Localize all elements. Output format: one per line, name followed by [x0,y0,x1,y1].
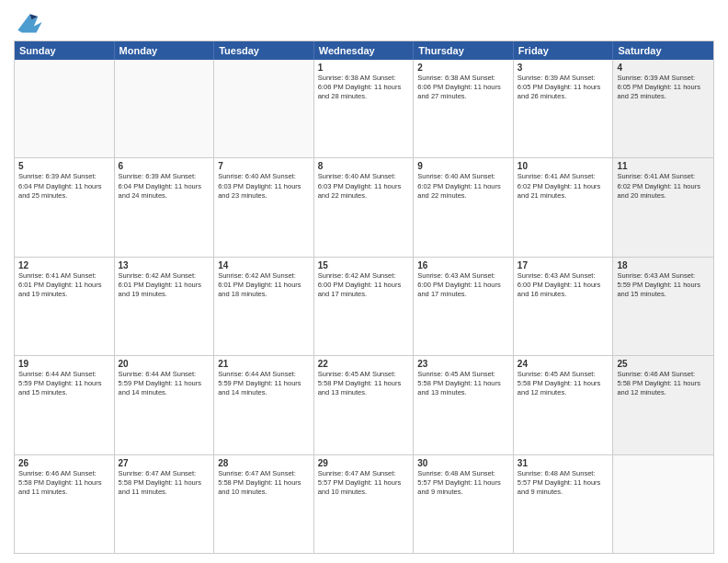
calendar-cell-0-5: 3Sunrise: 6:39 AM Sunset: 6:05 PM Daylig… [514,60,614,157]
calendar-cell-1-0: 5Sunrise: 6:39 AM Sunset: 6:04 PM Daylig… [15,158,115,256]
calendar-cell-4-1: 27Sunrise: 6:47 AM Sunset: 5:58 PM Dayli… [115,455,215,553]
day-number-21: 21 [218,359,310,369]
calendar-row-4: 26Sunrise: 6:46 AM Sunset: 5:58 PM Dayli… [15,455,713,553]
day-info-28: Sunrise: 6:47 AM Sunset: 5:58 PM Dayligh… [218,469,310,497]
calendar-cell-4-0: 26Sunrise: 6:46 AM Sunset: 5:58 PM Dayli… [15,455,115,553]
calendar-cell-0-4: 2Sunrise: 6:38 AM Sunset: 6:06 PM Daylig… [414,60,514,157]
logo-icon [14,9,46,35]
header-day-sunday: Sunday [15,41,115,60]
day-number-11: 11 [617,161,710,171]
calendar-cell-0-0 [15,60,115,157]
day-number-25: 25 [617,359,710,369]
day-info-12: Sunrise: 6:41 AM Sunset: 6:01 PM Dayligh… [18,271,110,299]
day-number-22: 22 [318,359,410,369]
day-info-9: Sunrise: 6:40 AM Sunset: 6:02 PM Dayligh… [417,172,509,200]
day-number-13: 13 [119,260,210,270]
calendar-cell-0-6: 4Sunrise: 6:39 AM Sunset: 6:05 PM Daylig… [613,60,713,157]
day-number-14: 14 [218,260,310,270]
calendar-cell-0-2 [214,60,314,157]
day-number-27: 27 [119,458,210,468]
calendar-body: 1Sunrise: 6:38 AM Sunset: 6:06 PM Daylig… [15,60,713,553]
calendar-cell-0-3: 1Sunrise: 6:38 AM Sunset: 6:06 PM Daylig… [314,60,415,157]
day-number-20: 20 [119,359,210,369]
day-info-7: Sunrise: 6:40 AM Sunset: 6:03 PM Dayligh… [218,172,310,200]
day-info-10: Sunrise: 6:41 AM Sunset: 6:02 PM Dayligh… [518,172,609,200]
day-info-16: Sunrise: 6:43 AM Sunset: 6:00 PM Dayligh… [417,271,509,299]
day-info-21: Sunrise: 6:44 AM Sunset: 5:59 PM Dayligh… [218,370,310,397]
day-info-20: Sunrise: 6:44 AM Sunset: 5:59 PM Dayligh… [119,370,210,397]
calendar-cell-3-4: 23Sunrise: 6:45 AM Sunset: 5:58 PM Dayli… [414,356,514,454]
day-number-29: 29 [318,458,410,468]
calendar-cell-2-5: 17Sunrise: 6:43 AM Sunset: 6:00 PM Dayli… [514,258,614,355]
calendar-cell-3-5: 24Sunrise: 6:45 AM Sunset: 5:58 PM Dayli… [514,356,614,454]
header-day-tuesday: Tuesday [214,41,314,60]
calendar-cell-3-3: 22Sunrise: 6:45 AM Sunset: 5:58 PM Dayli… [314,356,415,454]
day-number-12: 12 [18,260,110,270]
day-number-15: 15 [318,260,410,270]
calendar-cell-2-4: 16Sunrise: 6:43 AM Sunset: 6:00 PM Dayli… [414,258,514,355]
page: SundayMondayTuesdayWednesdayThursdayFrid… [0,0,728,563]
day-info-23: Sunrise: 6:45 AM Sunset: 5:58 PM Dayligh… [417,370,509,397]
calendar-row-1: 5Sunrise: 6:39 AM Sunset: 6:04 PM Daylig… [15,158,713,257]
calendar-cell-0-1 [115,60,215,157]
day-info-6: Sunrise: 6:39 AM Sunset: 6:04 PM Dayligh… [119,172,210,200]
day-number-8: 8 [318,161,410,171]
day-number-9: 9 [417,161,509,171]
day-info-8: Sunrise: 6:40 AM Sunset: 6:03 PM Dayligh… [318,172,410,200]
calendar-cell-3-0: 19Sunrise: 6:44 AM Sunset: 5:59 PM Dayli… [15,356,115,454]
calendar-cell-1-4: 9Sunrise: 6:40 AM Sunset: 6:02 PM Daylig… [414,158,514,256]
day-info-26: Sunrise: 6:46 AM Sunset: 5:58 PM Dayligh… [18,469,110,497]
day-number-24: 24 [518,359,609,369]
day-number-2: 2 [417,63,509,73]
day-number-10: 10 [518,161,609,171]
calendar-cell-2-1: 13Sunrise: 6:42 AM Sunset: 6:01 PM Dayli… [115,258,215,355]
calendar-cell-2-0: 12Sunrise: 6:41 AM Sunset: 6:01 PM Dayli… [15,258,115,355]
calendar-cell-1-6: 11Sunrise: 6:41 AM Sunset: 6:02 PM Dayli… [613,158,713,256]
header-day-saturday: Saturday [613,41,713,60]
calendar-cell-3-1: 20Sunrise: 6:44 AM Sunset: 5:59 PM Dayli… [115,356,215,454]
header-day-wednesday: Wednesday [314,41,415,60]
calendar-cell-2-3: 15Sunrise: 6:42 AM Sunset: 6:00 PM Dayli… [314,258,415,355]
day-info-13: Sunrise: 6:42 AM Sunset: 6:01 PM Dayligh… [119,271,210,299]
day-info-11: Sunrise: 6:41 AM Sunset: 6:02 PM Dayligh… [617,172,710,200]
calendar-cell-4-6 [613,455,713,553]
day-info-14: Sunrise: 6:42 AM Sunset: 6:01 PM Dayligh… [218,271,310,299]
calendar-cell-1-2: 7Sunrise: 6:40 AM Sunset: 6:03 PM Daylig… [214,158,314,256]
day-number-26: 26 [18,458,110,468]
day-number-1: 1 [318,63,410,73]
day-info-15: Sunrise: 6:42 AM Sunset: 6:00 PM Dayligh… [318,271,410,299]
day-number-17: 17 [518,260,609,270]
day-info-1: Sunrise: 6:38 AM Sunset: 6:06 PM Dayligh… [318,74,410,101]
day-info-24: Sunrise: 6:45 AM Sunset: 5:58 PM Dayligh… [518,370,609,397]
calendar-cell-4-3: 29Sunrise: 6:47 AM Sunset: 5:57 PM Dayli… [314,455,415,553]
calendar: SundayMondayTuesdayWednesdayThursdayFrid… [14,40,714,554]
calendar-cell-1-5: 10Sunrise: 6:41 AM Sunset: 6:02 PM Dayli… [514,158,614,256]
day-info-29: Sunrise: 6:47 AM Sunset: 5:57 PM Dayligh… [318,469,410,497]
day-info-30: Sunrise: 6:48 AM Sunset: 5:57 PM Dayligh… [417,469,509,497]
calendar-cell-4-2: 28Sunrise: 6:47 AM Sunset: 5:58 PM Dayli… [214,455,314,553]
calendar-cell-4-4: 30Sunrise: 6:48 AM Sunset: 5:57 PM Dayli… [414,455,514,553]
day-number-19: 19 [18,359,110,369]
day-info-3: Sunrise: 6:39 AM Sunset: 6:05 PM Dayligh… [518,74,609,101]
calendar-cell-1-3: 8Sunrise: 6:40 AM Sunset: 6:03 PM Daylig… [314,158,415,256]
calendar-cell-4-5: 31Sunrise: 6:48 AM Sunset: 5:57 PM Dayli… [514,455,614,553]
header-day-thursday: Thursday [414,41,514,60]
day-number-31: 31 [518,458,609,468]
day-number-7: 7 [218,161,310,171]
calendar-cell-2-6: 18Sunrise: 6:43 AM Sunset: 5:59 PM Dayli… [613,258,713,355]
day-number-3: 3 [518,63,609,73]
day-number-16: 16 [417,260,509,270]
calendar-row-3: 19Sunrise: 6:44 AM Sunset: 5:59 PM Dayli… [15,356,713,454]
header-day-monday: Monday [115,41,215,60]
day-number-30: 30 [417,458,509,468]
day-number-5: 5 [18,161,110,171]
svg-marker-0 [17,14,41,32]
day-info-17: Sunrise: 6:43 AM Sunset: 6:00 PM Dayligh… [518,271,609,299]
day-info-27: Sunrise: 6:47 AM Sunset: 5:58 PM Dayligh… [119,469,210,497]
calendar-cell-3-2: 21Sunrise: 6:44 AM Sunset: 5:59 PM Dayli… [214,356,314,454]
calendar-row-2: 12Sunrise: 6:41 AM Sunset: 6:01 PM Dayli… [15,258,713,356]
header [14,9,714,35]
day-info-5: Sunrise: 6:39 AM Sunset: 6:04 PM Dayligh… [18,172,110,200]
day-info-22: Sunrise: 6:45 AM Sunset: 5:58 PM Dayligh… [318,370,410,397]
header-day-friday: Friday [514,41,614,60]
